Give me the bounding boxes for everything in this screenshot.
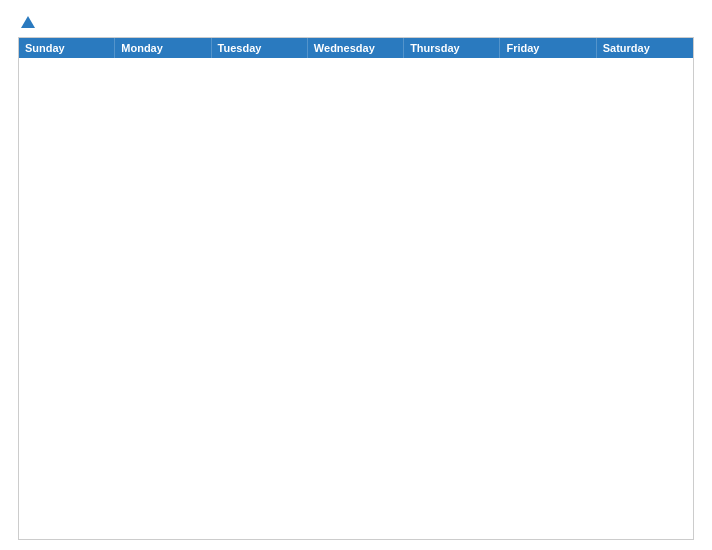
logo-blue-text	[18, 16, 35, 29]
day-header-saturday: Saturday	[597, 38, 693, 58]
calendar: SundayMondayTuesdayWednesdayThursdayFrid…	[18, 37, 694, 540]
day-header-thursday: Thursday	[404, 38, 500, 58]
day-header-wednesday: Wednesday	[308, 38, 404, 58]
logo-triangle-icon	[21, 16, 35, 28]
header	[18, 16, 694, 29]
day-header-sunday: Sunday	[19, 38, 115, 58]
days-header: SundayMondayTuesdayWednesdayThursdayFrid…	[19, 38, 693, 58]
page: SundayMondayTuesdayWednesdayThursdayFrid…	[0, 0, 712, 550]
day-header-tuesday: Tuesday	[212, 38, 308, 58]
weeks-container	[19, 58, 693, 539]
logo	[18, 16, 35, 29]
day-header-monday: Monday	[115, 38, 211, 58]
day-header-friday: Friday	[500, 38, 596, 58]
